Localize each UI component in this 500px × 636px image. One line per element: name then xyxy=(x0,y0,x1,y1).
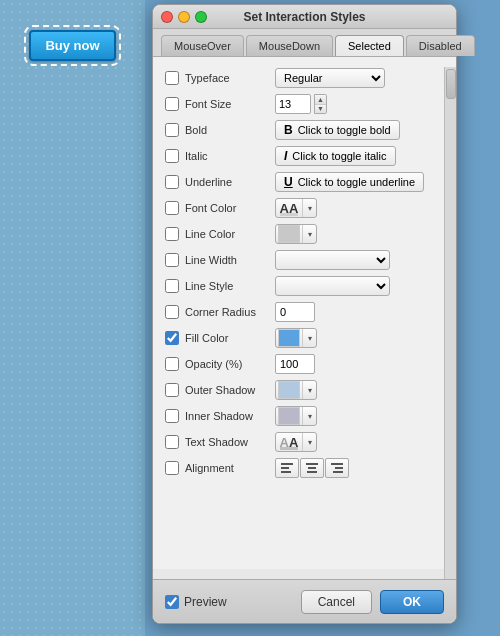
ok-button[interactable]: OK xyxy=(380,590,444,614)
italic-row: Italic I Click to toggle italic xyxy=(161,143,448,169)
corner-radius-input[interactable] xyxy=(275,302,315,322)
font-color-checkbox[interactable] xyxy=(165,201,179,215)
svg-rect-1 xyxy=(281,467,289,469)
line-width-control: 1 2 3 xyxy=(275,250,444,270)
font-size-checkbox[interactable] xyxy=(165,97,179,111)
corner-radius-row: Corner Radius xyxy=(161,299,448,325)
font-color-icon: A xyxy=(278,199,300,217)
alignment-checkbox[interactable] xyxy=(165,461,179,475)
preview-checkbox[interactable] xyxy=(165,595,179,609)
minimize-button[interactable] xyxy=(178,11,190,23)
maximize-button[interactable] xyxy=(195,11,207,23)
line-width-dropdown[interactable]: 1 2 3 xyxy=(275,250,390,270)
line-style-checkbox[interactable] xyxy=(165,279,179,293)
bold-row: Bold B Click to toggle bold xyxy=(161,117,448,143)
font-size-row: Font Size ▲ ▼ xyxy=(161,91,448,117)
bold-toggle-label: Click to toggle bold xyxy=(298,124,391,136)
line-color-row: Line Color ▾ xyxy=(161,221,448,247)
font-size-input[interactable] xyxy=(275,94,311,114)
corner-radius-checkbox[interactable] xyxy=(165,305,179,319)
fill-color-checkbox[interactable] xyxy=(165,331,179,345)
scrollbar-track[interactable] xyxy=(444,67,456,579)
text-shadow-icon: A xyxy=(278,433,300,451)
buy-now-button[interactable]: Buy now xyxy=(29,30,115,61)
font-color-swatch[interactable]: A ▾ xyxy=(275,198,317,218)
outer-shadow-control: ▾ xyxy=(275,380,444,400)
font-size-control: ▲ ▼ xyxy=(275,94,444,114)
font-size-up[interactable]: ▲ xyxy=(315,95,326,105)
line-color-swatch[interactable]: ▾ xyxy=(275,224,317,244)
italic-control: I Click to toggle italic xyxy=(275,146,444,166)
align-right-button[interactable] xyxy=(325,458,349,478)
outer-shadow-label: Outer Shadow xyxy=(185,384,275,396)
line-style-control: Solid Dashed Dotted xyxy=(275,276,444,296)
typeface-dropdown[interactable]: Regular Bold Italic xyxy=(275,68,385,88)
font-a-letter: A xyxy=(280,201,289,216)
text-shadow-arrow: ▾ xyxy=(302,433,316,451)
text-shadow-swatch[interactable]: A ▾ xyxy=(275,432,317,452)
tab-selected[interactable]: Selected xyxy=(335,35,404,56)
bold-icon: B xyxy=(284,123,293,137)
bold-toggle-button[interactable]: B Click to toggle bold xyxy=(275,120,400,140)
outer-shadow-swatch[interactable]: ▾ xyxy=(275,380,317,400)
align-left-button[interactable] xyxy=(275,458,299,478)
text-shadow-row: Text Shadow A ▾ xyxy=(161,429,448,455)
bold-control: B Click to toggle bold xyxy=(275,120,444,140)
italic-label: Italic xyxy=(185,150,275,162)
svg-rect-4 xyxy=(308,467,316,469)
line-width-checkbox[interactable] xyxy=(165,253,179,267)
alignment-buttons xyxy=(275,458,349,478)
tab-mousedown[interactable]: MouseDown xyxy=(246,35,333,56)
inner-shadow-box xyxy=(278,407,300,425)
bottom-bar: Preview Cancel OK xyxy=(153,579,456,623)
svg-rect-5 xyxy=(307,471,317,473)
align-center-button[interactable] xyxy=(300,458,324,478)
underline-control: U Click to toggle underline xyxy=(275,172,444,192)
font-size-stepper: ▲ ▼ xyxy=(314,94,327,114)
text-shadow-control: A ▾ xyxy=(275,432,444,452)
fill-color-box xyxy=(278,329,300,347)
tab-mouseover[interactable]: MouseOver xyxy=(161,35,244,56)
font-color-label: Font Color xyxy=(185,202,275,214)
inner-shadow-arrow: ▾ xyxy=(302,407,316,425)
alignment-row: Alignment xyxy=(161,455,448,481)
font-size-label: Font Size xyxy=(185,98,275,110)
text-shadow-checkbox[interactable] xyxy=(165,435,179,449)
line-width-row: Line Width 1 2 3 xyxy=(161,247,448,273)
line-color-label: Line Color xyxy=(185,228,275,240)
line-style-row: Line Style Solid Dashed Dotted xyxy=(161,273,448,299)
opacity-checkbox[interactable] xyxy=(165,357,179,371)
scrollbar-thumb[interactable] xyxy=(446,69,456,99)
tab-disabled[interactable]: Disabled xyxy=(406,35,475,56)
underline-toggle-button[interactable]: U Click to toggle underline xyxy=(275,172,424,192)
italic-checkbox[interactable] xyxy=(165,149,179,163)
opacity-input[interactable] xyxy=(275,354,315,374)
alignment-label: Alignment xyxy=(185,462,275,474)
line-style-dropdown[interactable]: Solid Dashed Dotted xyxy=(275,276,390,296)
italic-toggle-label: Click to toggle italic xyxy=(292,150,386,162)
inner-shadow-checkbox[interactable] xyxy=(165,409,179,423)
underline-checkbox[interactable] xyxy=(165,175,179,189)
italic-toggle-button[interactable]: I Click to toggle italic xyxy=(275,146,396,166)
fill-color-arrow: ▾ xyxy=(302,329,316,347)
typeface-checkbox[interactable] xyxy=(165,71,179,85)
line-color-checkbox[interactable] xyxy=(165,227,179,241)
text-shadow-label: Text Shadow xyxy=(185,436,275,448)
outer-shadow-checkbox[interactable] xyxy=(165,383,179,397)
typeface-row: Typeface Regular Bold Italic xyxy=(161,65,448,91)
svg-rect-0 xyxy=(281,463,293,465)
preview-label: Preview xyxy=(184,595,227,609)
content-area: Typeface Regular Bold Italic Font Size ▲… xyxy=(153,57,456,569)
fill-color-swatch[interactable]: ▾ xyxy=(275,328,317,348)
close-button[interactable] xyxy=(161,11,173,23)
line-width-label: Line Width xyxy=(185,254,275,266)
dialog-titlebar: Set Interaction Styles xyxy=(153,5,456,29)
outer-shadow-arrow: ▾ xyxy=(302,381,316,399)
cancel-button[interactable]: Cancel xyxy=(301,590,372,614)
dialog-title: Set Interaction Styles xyxy=(243,10,365,24)
svg-rect-8 xyxy=(333,471,343,473)
inner-shadow-swatch[interactable]: ▾ xyxy=(275,406,317,426)
bold-checkbox[interactable] xyxy=(165,123,179,137)
font-size-down[interactable]: ▼ xyxy=(315,105,326,114)
preview-area: Preview xyxy=(165,595,227,609)
